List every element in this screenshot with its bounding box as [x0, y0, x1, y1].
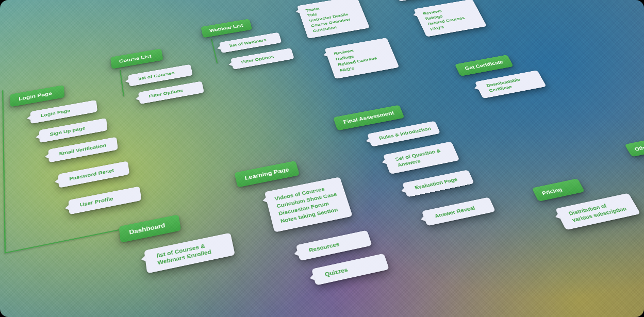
connector — [2, 90, 6, 253]
node-course-list[interactable]: Course List — [110, 48, 163, 69]
list-webinar-extras[interactable]: Reviews Ratings Related Courses FAQ's — [414, 0, 487, 37]
node-webinar-list[interactable]: Webinar List — [201, 19, 252, 38]
card-email-verification[interactable]: Email Verification — [48, 137, 118, 162]
card-filter-options-webinars[interactable]: Filter Options — [230, 48, 294, 70]
connector — [119, 70, 124, 96]
diagram-canvas: Home Login Page Login Page Sign Up page … — [0, 0, 644, 317]
node-get-certificate[interactable]: Get Certificate — [454, 55, 513, 76]
card-evaluation-page[interactable]: Evaluation Page — [402, 170, 474, 197]
node-login-page[interactable]: Login Page — [10, 85, 64, 107]
card-password-reset[interactable]: Password Reset — [58, 161, 129, 188]
card-question-answers[interactable]: Set of Question & Answers — [383, 141, 459, 174]
list-course-detail[interactable]: Trailer Title Instructor Details Course … — [296, 0, 369, 39]
card-quizzes[interactable]: Quizzes — [311, 253, 389, 285]
diagram-stage: Home Login Page Login Page Sign Up page … — [0, 0, 644, 317]
connector — [4, 229, 119, 253]
list-learning[interactable]: Videos of Courses Curiculum Show Case Di… — [264, 177, 352, 232]
node-dashboard[interactable]: Dashboard — [119, 214, 181, 243]
card-login-page[interactable]: Login Page — [30, 99, 97, 123]
list-course-extras[interactable]: Reviews Ratings Related Courses FAQ's — [324, 38, 399, 79]
card-list-of-courses[interactable]: list of Courses — [127, 64, 192, 86]
card-downloadable-certificate[interactable]: Downloadable Certificae — [474, 70, 546, 98]
card-list-of-webinars[interactable]: list of Webinars — [219, 32, 282, 53]
card-filter-options-courses[interactable]: Filter Options — [138, 81, 204, 104]
node-final-assessment[interactable]: Final Assessment — [333, 105, 404, 130]
node-pricing[interactable]: Pricing — [532, 178, 585, 202]
card-pricing-distribution[interactable]: Distribution of various subscription — [555, 193, 640, 230]
card-user-profile[interactable]: User Profile — [68, 186, 141, 214]
card-enrolled[interactable]: list of Courses & Webinars Enrolled — [144, 232, 235, 273]
node-others[interactable]: Others — [624, 136, 644, 157]
card-resources[interactable]: Resources — [295, 230, 372, 261]
card-signup[interactable]: Sign Up page — [39, 118, 107, 142]
card-rules-intro[interactable]: Rules & Introduction — [367, 121, 440, 146]
connector — [210, 38, 218, 63]
node-learning-page[interactable]: Learning Page — [234, 160, 300, 187]
card-webinar-overview[interactable]: Webinar Overview — [395, 0, 454, 1]
card-answer-reveal[interactable]: Answer Reveal — [421, 197, 496, 226]
